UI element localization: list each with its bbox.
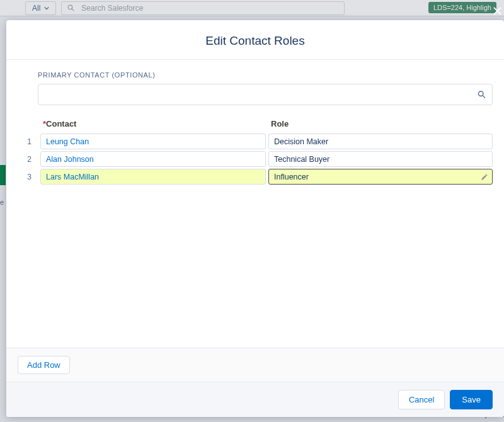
contact-link[interactable]: Lars MacMillan: [46, 173, 99, 181]
contact-cell-wrap: Alan Johnson: [38, 151, 266, 167]
contact-link[interactable]: Leung Chan: [46, 137, 89, 146]
role-cell[interactable]: Influencer: [268, 169, 493, 185]
close-icon: [492, 6, 503, 16]
svg-point-4: [479, 91, 484, 96]
role-value: Decision Maker: [274, 137, 328, 146]
column-header-contact-label: Contact: [46, 119, 76, 128]
modal-title: Edit Contact Roles: [6, 20, 504, 60]
row-number: 2: [15, 151, 38, 167]
role-cell[interactable]: Technical Buyer: [268, 151, 493, 167]
role-cell[interactable]: Decision Maker: [268, 134, 493, 149]
column-header-contact: *Contact: [38, 119, 266, 128]
contact-cell[interactable]: Alan Johnson: [40, 151, 266, 167]
modal-close-button[interactable]: [489, 3, 504, 19]
modal-body: PRIMARY CONTACT (OPTIONAL) *Contact Role…: [6, 60, 504, 348]
role-cell-wrap: Influencer: [266, 169, 493, 185]
contact-cell[interactable]: Lars MacMillan: [40, 169, 266, 185]
edit-contact-roles-modal: Edit Contact Roles PRIMARY CONTACT (OPTI…: [6, 20, 504, 417]
contact-link[interactable]: Alan Johnson: [46, 155, 94, 164]
column-header-number: [15, 119, 38, 128]
contact-cell-wrap: Leung Chan: [38, 134, 266, 149]
contact-cell[interactable]: Leung Chan: [40, 134, 266, 149]
table-rows: 1Leung ChanDecision Maker2Alan JohnsonTe…: [15, 134, 493, 185]
pencil-icon: [481, 173, 488, 181]
primary-contact-label: PRIMARY CONTACT (OPTIONAL): [38, 71, 493, 79]
add-row-button[interactable]: Add Row: [18, 356, 70, 374]
row-number: 1: [15, 134, 38, 149]
primary-contact-lookup: [38, 84, 493, 105]
contact-cell-wrap: Lars MacMillan: [38, 169, 266, 185]
role-cell-wrap: Technical Buyer: [266, 151, 493, 167]
role-value: Influencer: [274, 173, 309, 181]
modal-footer-actions: Cancel Save: [6, 382, 504, 417]
svg-line-5: [483, 96, 485, 98]
role-value: Technical Buyer: [274, 155, 329, 164]
add-row-footer: Add Row: [6, 348, 504, 382]
save-button[interactable]: Save: [450, 390, 493, 409]
table-row: 3Lars MacMillanInfluencer: [15, 169, 493, 185]
table-header-row: *Contact Role: [15, 119, 493, 128]
table-row: 2Alan JohnsonTechnical Buyer: [15, 151, 493, 167]
cancel-button[interactable]: Cancel: [398, 390, 445, 409]
primary-contact-input[interactable]: [38, 84, 493, 105]
column-header-role: Role: [266, 119, 493, 128]
role-cell-wrap: Decision Maker: [266, 134, 493, 149]
row-number: 3: [15, 169, 38, 185]
search-icon: [477, 90, 486, 100]
table-row: 1Leung ChanDecision Maker: [15, 134, 493, 149]
